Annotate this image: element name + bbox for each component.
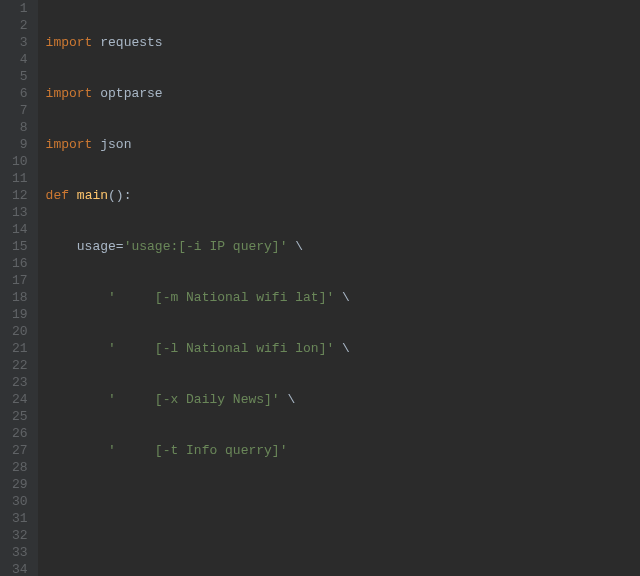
line-number: 6 xyxy=(12,85,28,102)
line-number: 12 xyxy=(12,187,28,204)
line-number-gutter: 1 2 3 4 5 6 7 8 9 10 11 12 13 14 15 16 1… xyxy=(0,0,38,576)
line-number: 8 xyxy=(12,119,28,136)
line-number: 5 xyxy=(12,68,28,85)
code-area[interactable]: import requests import optparse import j… xyxy=(38,0,640,576)
line-number: 21 xyxy=(12,340,28,357)
code-line[interactable]: import json xyxy=(46,136,640,153)
line-number: 18 xyxy=(12,289,28,306)
line-number: 9 xyxy=(12,136,28,153)
line-number: 16 xyxy=(12,255,28,272)
line-number: 32 xyxy=(12,527,28,544)
code-line[interactable]: def main(): xyxy=(46,187,640,204)
line-number: 17 xyxy=(12,272,28,289)
line-number: 31 xyxy=(12,510,28,527)
code-editor: 1 2 3 4 5 6 7 8 9 10 11 12 13 14 15 16 1… xyxy=(0,0,640,576)
line-number: 26 xyxy=(12,425,28,442)
line-number: 24 xyxy=(12,391,28,408)
line-number: 7 xyxy=(12,102,28,119)
line-number: 33 xyxy=(12,544,28,561)
code-line[interactable] xyxy=(46,544,640,561)
code-line[interactable]: ' [-l National wifi lon]' \ xyxy=(46,340,640,357)
line-number: 23 xyxy=(12,374,28,391)
line-number: 14 xyxy=(12,221,28,238)
code-line[interactable]: ' [-m National wifi lat]' \ xyxy=(46,289,640,306)
line-number: 10 xyxy=(12,153,28,170)
line-number: 13 xyxy=(12,204,28,221)
line-number: 15 xyxy=(12,238,28,255)
line-number: 4 xyxy=(12,51,28,68)
line-number: 22 xyxy=(12,357,28,374)
line-number: 3 xyxy=(12,34,28,51)
line-number: 29 xyxy=(12,476,28,493)
code-line[interactable] xyxy=(46,493,640,510)
line-number: 1 xyxy=(12,0,28,17)
code-line[interactable]: ' [-x Daily News]' \ xyxy=(46,391,640,408)
code-line[interactable]: import optparse xyxy=(46,85,640,102)
code-line[interactable]: import requests xyxy=(46,34,640,51)
line-number: 27 xyxy=(12,442,28,459)
line-number: 34 xyxy=(12,561,28,576)
line-number: 30 xyxy=(12,493,28,510)
line-number: 25 xyxy=(12,408,28,425)
code-line[interactable]: usage='usage:[-i IP query]' \ xyxy=(46,238,640,255)
line-number: 11 xyxy=(12,170,28,187)
line-number: 20 xyxy=(12,323,28,340)
line-number: 2 xyxy=(12,17,28,34)
line-number: 19 xyxy=(12,306,28,323)
code-line[interactable]: ' [-t Info querry]' xyxy=(46,442,640,459)
line-number: 28 xyxy=(12,459,28,476)
